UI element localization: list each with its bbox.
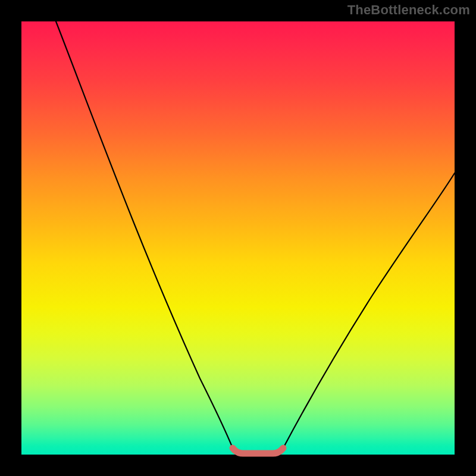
- curve-trough-highlight: [233, 448, 283, 453]
- plot-area: [21, 21, 455, 455]
- curve-left-branch: [56, 21, 233, 448]
- watermark-label: TheBottleneck.com: [347, 2, 470, 18]
- bottleneck-curve: [21, 21, 455, 455]
- chart-frame: TheBottleneck.com: [0, 0, 476, 476]
- curve-right-branch: [283, 173, 455, 448]
